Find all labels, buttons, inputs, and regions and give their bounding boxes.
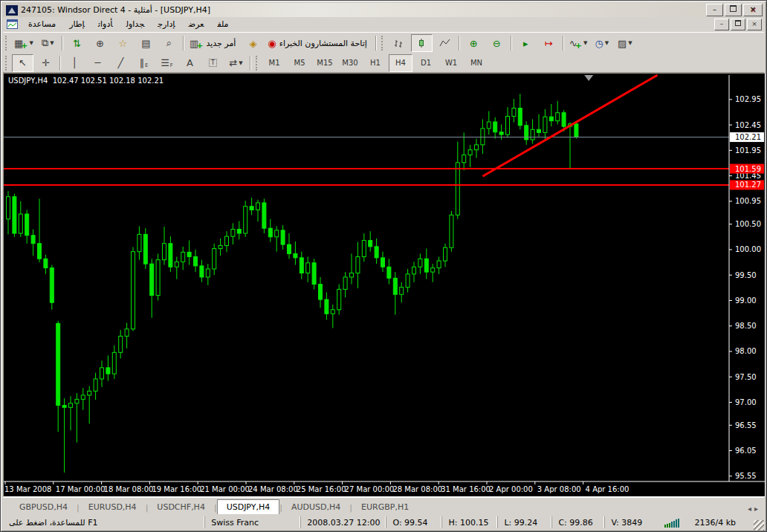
- candle-body: [512, 108, 516, 117]
- text-button[interactable]: A: [179, 54, 201, 72]
- candle-body: [325, 299, 329, 314]
- toolbar-drag-handle[interactable]: [5, 56, 9, 71]
- toolbar-drag-handle[interactable]: [256, 56, 259, 71]
- enable-experts-button[interactable]: ◉ إتاحة المستشارون الخبراء: [265, 34, 372, 52]
- candle-body: [369, 241, 372, 247]
- line-chart-button[interactable]: [434, 34, 456, 52]
- timeframe-button-H4[interactable]: H4: [389, 54, 412, 72]
- restore-button[interactable]: [725, 4, 742, 16]
- templates-button[interactable]: ▨▼: [614, 34, 635, 52]
- profiles-button[interactable]: ⧉▼: [37, 34, 59, 52]
- timeframe-button-M30[interactable]: M30: [338, 54, 362, 72]
- mdi-restore-button[interactable]: [731, 19, 745, 30]
- candle-body: [119, 336, 123, 352]
- toolbar-drag-handle[interactable]: [5, 36, 9, 51]
- tabs-scroll-left-icon[interactable]: ◂: [748, 505, 751, 513]
- market-watch-button[interactable]: ⇅: [66, 34, 88, 52]
- timeframe-button-W1[interactable]: W1: [439, 54, 463, 72]
- data-window-button[interactable]: ⊕: [89, 34, 111, 52]
- trendline-button[interactable]: ╱: [110, 54, 132, 72]
- horizontal-line-button[interactable]: ─: [87, 54, 109, 72]
- indicators-button[interactable]: ∿+▼: [567, 34, 590, 52]
- chart-window-icon[interactable]: [7, 19, 18, 29]
- timeframe-button-H1[interactable]: H1: [363, 54, 387, 72]
- chart-shift-button[interactable]: ↦: [538, 34, 560, 52]
- price-tick-label: 102.95: [735, 95, 761, 103]
- fibonacci-button[interactable]: ☰F: [156, 54, 178, 72]
- price-tick-label: 99.00: [735, 296, 757, 305]
- equidistant-channel-button[interactable]: ∥E: [133, 54, 155, 72]
- chart-tab-USDJPYH4[interactable]: USDJPY,H4: [217, 499, 280, 515]
- new-order-button[interactable]: ▥+ أمر جديد: [187, 34, 241, 52]
- candle-body: [112, 352, 116, 374]
- time-tick-label: 24 Mar 08:00: [248, 485, 298, 493]
- chart-tab-AUDUSDH4[interactable]: AUDUSD,H4: [282, 500, 349, 515]
- timeframe-button-D1[interactable]: D1: [414, 54, 438, 72]
- status-bar: للمساعدة، اضغط على F1 Swiss Franc 2008.0…: [3, 514, 764, 531]
- zoom-in-button[interactable]: ⊕: [463, 34, 485, 52]
- experts-button[interactable]: ◈: [242, 34, 264, 52]
- candle-body: [468, 150, 472, 155]
- chart-tab-EURGBPH1[interactable]: EURGBP,H1: [352, 500, 418, 515]
- timeframe-button-MN[interactable]: MN: [465, 54, 488, 72]
- chart-area[interactable]: USDJPY,H4 102.47 102.51 102.18 102.21 10…: [3, 73, 766, 497]
- toolbar-drag-handle[interactable]: [381, 36, 385, 51]
- resize-grip[interactable]: [754, 520, 764, 531]
- candle-body: [81, 395, 85, 399]
- text-label-button[interactable]: T: [202, 54, 224, 72]
- candlestick-chart-button[interactable]: [411, 34, 433, 52]
- candle-body: [94, 379, 97, 391]
- menu-item-view[interactable]: عرض: [182, 18, 211, 30]
- candle-body: [38, 244, 42, 259]
- menu-item-charts[interactable]: جداول: [120, 18, 152, 30]
- candle-body: [268, 228, 272, 237]
- candle-body: [312, 263, 316, 285]
- auto-scroll-button[interactable]: ▸: [515, 34, 537, 52]
- candle-body: [444, 247, 447, 261]
- chart-tab-EURUSDH4[interactable]: EURUSD,H4: [80, 500, 146, 515]
- close-button[interactable]: ×: [743, 4, 763, 16]
- new-chart-button[interactable]: ▦+▼: [12, 34, 36, 52]
- menu-item-help[interactable]: مساعدة: [22, 18, 62, 30]
- timeframe-button-M5[interactable]: M5: [288, 54, 311, 72]
- candlestick-chart[interactable]: 102.95102.45101.95101.45100.95100.50100.…: [4, 74, 765, 496]
- candle-body: [19, 214, 22, 233]
- time-tick-label: 13 Mar 2008: [4, 485, 51, 493]
- cursor-button[interactable]: ↖: [12, 54, 33, 72]
- strategy-tester-button[interactable]: ⌕: [158, 34, 180, 52]
- menu-bar: ملفعرضإدارججداولأدواتإطارمساعدة – ×: [3, 17, 764, 31]
- minimize-button[interactable]: –: [706, 4, 723, 16]
- candle-body: [31, 236, 35, 244]
- bar-chart-button[interactable]: [388, 34, 410, 52]
- menu-item-file[interactable]: ملف: [210, 18, 235, 30]
- price-tick-label: 100.00: [735, 245, 761, 253]
- application-window: 247105: Windsor Direct 4 - أمثلية - [USD…: [0, 0, 767, 532]
- price-tick-label: 102.45: [735, 121, 761, 129]
- crosshair-button[interactable]: ✛: [35, 54, 56, 72]
- chart-tab-USDCHFH4[interactable]: USDCHF,H4: [148, 500, 214, 515]
- menu-item-insert[interactable]: إدارج: [151, 18, 181, 30]
- periods-button[interactable]: ◷▼: [591, 34, 612, 52]
- chart-tab-GBPUSDH4[interactable]: GBPUSD,H4: [10, 500, 77, 515]
- arrows-button[interactable]: ⇄▼: [225, 54, 247, 72]
- zoom-out-button[interactable]: ⊖: [486, 34, 508, 52]
- timeframe-button-M15[interactable]: M15: [313, 54, 337, 72]
- candle-body: [424, 259, 428, 272]
- candle-body: [137, 234, 141, 251]
- time-tick-label: 19 Mar 16:00: [152, 485, 201, 493]
- mdi-minimize-button[interactable]: –: [714, 19, 729, 30]
- mdi-close-button[interactable]: ×: [747, 19, 762, 30]
- candle-body: [237, 230, 241, 233]
- menu-item-window[interactable]: إطار: [62, 18, 91, 30]
- terminal-button[interactable]: ▤: [135, 34, 157, 52]
- vertical-line-button[interactable]: │: [64, 54, 85, 72]
- menu-item-tools[interactable]: أدوات: [91, 18, 120, 30]
- candle-body: [169, 244, 172, 267]
- tabs-scroll-right-icon[interactable]: ▸: [754, 505, 758, 513]
- candle-body: [481, 129, 485, 145]
- time-tick-label: 27 Mar 00:00: [345, 485, 395, 493]
- navigator-button[interactable]: ☆: [112, 34, 134, 52]
- time-tick-label: 21 Mar 00:00: [200, 485, 250, 493]
- timeframe-button-M1[interactable]: M1: [262, 54, 286, 72]
- enable-experts-label: إتاحة المستشارون الخبراء: [279, 39, 367, 48]
